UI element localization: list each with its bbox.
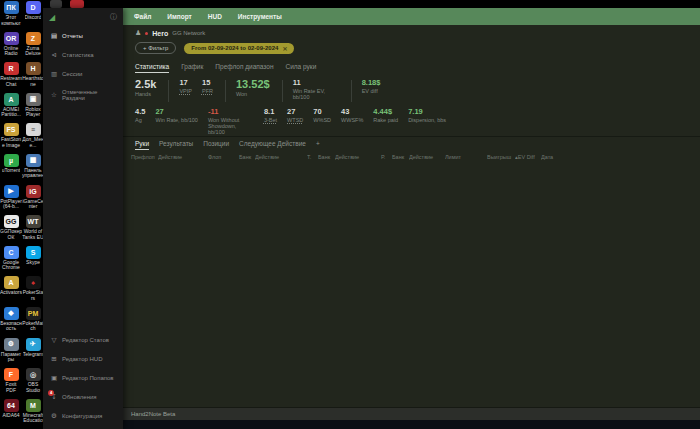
- stat-label[interactable]: PFR: [202, 88, 213, 94]
- desktop-icon[interactable]: FFoxit PDF Reader: [0, 368, 22, 399]
- desktop-icon[interactable]: AAOMEI Partitio...: [0, 93, 22, 124]
- desktop-icon-image: H: [26, 62, 41, 75]
- column-header[interactable]: Дата: [541, 154, 601, 160]
- column-header[interactable]: ▴EV Diff: [515, 154, 541, 160]
- tab[interactable]: График: [181, 63, 203, 73]
- sidebar-item[interactable]: ↧4Обновления: [43, 387, 123, 406]
- table-tab[interactable]: Руки: [135, 140, 149, 150]
- sidebar-item[interactable]: ⊞Редактор HUD: [43, 349, 123, 368]
- desktop-icon-image: ▦: [26, 154, 41, 167]
- sidebar-item[interactable]: ☆Отмеченные Раздачи: [43, 83, 123, 106]
- desktop-icon-image: ПК: [4, 1, 19, 14]
- separator: [225, 80, 226, 102]
- menu-item[interactable]: Инструменты: [238, 13, 282, 20]
- close-icon[interactable]: ✕: [282, 45, 287, 52]
- tab[interactable]: Статистика: [135, 63, 169, 73]
- desktop-icon[interactable]: 64AIDA64: [0, 399, 22, 429]
- column-header[interactable]: Банк: [318, 154, 335, 160]
- sidebar-item-label: Редактор Попапов: [62, 375, 114, 381]
- column-header[interactable]: Действие: [409, 154, 445, 160]
- desktop-icon[interactable]: ZZuma Deluxe: [22, 32, 44, 63]
- column-header[interactable]: Банк: [239, 154, 255, 160]
- desktop-icon-image: ≡: [26, 123, 41, 136]
- desktop-icon[interactable]: MMinecraft Education: [22, 399, 44, 429]
- stat-label[interactable]: VPIP: [179, 88, 192, 94]
- table-tab[interactable]: +: [316, 140, 320, 150]
- column-header[interactable]: Действие: [335, 154, 381, 160]
- stat-label: Win Rate EV, bb/100: [293, 88, 339, 100]
- desktop-icon-image: FS: [4, 123, 19, 136]
- stat-label[interactable]: 3-Bet: [264, 117, 277, 123]
- desktop-icon[interactable]: SSkype: [22, 246, 44, 277]
- desktop-icon[interactable]: OROnline Radio amp...: [0, 32, 22, 63]
- desktop-icon[interactable]: iGiGameCenter: [22, 185, 44, 216]
- tab[interactable]: Сила руки: [286, 63, 317, 73]
- desktop-icon[interactable]: ≡Дол_Мене...: [22, 123, 44, 154]
- sidebar-item[interactable]: ▥Сессии: [43, 64, 123, 83]
- table-tab[interactable]: Позиции: [203, 140, 229, 150]
- desktop-icon[interactable]: RRestream Chat: [0, 62, 22, 93]
- desktop-icon[interactable]: ◎OBS Studio: [22, 368, 44, 399]
- desktop-icon[interactable]: AActivators: [0, 276, 22, 307]
- tab[interactable]: Префлоп диапазон: [215, 63, 273, 73]
- column-header[interactable]: Флоп: [208, 154, 239, 160]
- desktop-icon[interactable]: ▣Roblox Player: [22, 93, 44, 124]
- table-tab[interactable]: Следующее Действие: [239, 140, 306, 150]
- menu-item[interactable]: Импорт: [167, 13, 191, 20]
- divider: [123, 136, 700, 137]
- desktop-icon[interactable]: ▶PotPlayer (64-b...: [0, 185, 22, 216]
- date-range-filter-chip[interactable]: From 02-09-2024 to 02-09-2024 ✕: [184, 43, 294, 54]
- column-header[interactable]: Банк: [392, 154, 409, 160]
- desktop-icon[interactable]: ▦Панель управления: [22, 154, 44, 185]
- desktop-icon-label: OBS Studio: [22, 382, 44, 393]
- desktop-icon-label: Параметры: [0, 352, 22, 363]
- column-header[interactable]: Р.: [381, 154, 392, 160]
- desktop-icon[interactable]: µuTorrent: [0, 154, 22, 185]
- partial-desktop-icon-red[interactable]: [70, 0, 84, 8]
- desktop-icon[interactable]: ПКЭтот компьютер: [0, 1, 22, 32]
- sidebar-item[interactable]: ▽Редактор Статов: [43, 330, 123, 349]
- desktop-icon-label: AIDA64: [2, 413, 19, 419]
- column-header[interactable]: Действие: [158, 154, 208, 160]
- desktop-icon[interactable]: DDiscord: [22, 1, 44, 32]
- column-header[interactable]: Префлоп: [131, 154, 158, 160]
- column-header[interactable]: Т.: [307, 154, 318, 160]
- bottom-strip: [123, 420, 700, 429]
- column-header[interactable]: Лимит: [445, 154, 487, 160]
- sidebar-item[interactable]: ▤Отчеты: [43, 26, 123, 45]
- desktop-icon-image: M: [26, 399, 41, 412]
- desktop-icon[interactable]: WTWorld of Tanks EU: [22, 215, 44, 246]
- desktop-icon-label: Skype: [26, 260, 40, 266]
- column-header[interactable]: Действие: [255, 154, 307, 160]
- stat-label[interactable]: WTSD: [287, 117, 303, 123]
- desktop-icon-label: GGПокерОК: [0, 229, 22, 240]
- desktop-icon-label: Roblox Player: [22, 107, 44, 118]
- stat-value: 43: [341, 107, 363, 116]
- column-header[interactable]: Выигрыш: [487, 154, 515, 160]
- desktop-icon[interactable]: ♠PokerStars: [22, 276, 44, 307]
- sidebar-item[interactable]: ⊲Статистика: [43, 45, 123, 64]
- sidebar-item[interactable]: ⚙Конфигурация: [43, 406, 123, 425]
- desktop-icon[interactable]: ◆Безопасность Windows: [0, 307, 22, 338]
- desktop-icon[interactable]: HHearthstone: [22, 62, 44, 93]
- desktop-icon[interactable]: PMPokerMatch: [22, 307, 44, 338]
- desktop-icon-image: R: [4, 62, 19, 75]
- filter-row: + Фильтр From 02-09-2024 to 02-09-2024 ✕: [135, 42, 294, 54]
- desktop-icon-image: ◎: [26, 368, 41, 381]
- stat-block: -11Won Without Showdown, bb/100: [208, 107, 254, 135]
- desktop-icon[interactable]: FSFastStone Image Viewer: [0, 123, 22, 154]
- menu-item[interactable]: Файл: [134, 13, 151, 20]
- desktop-icon[interactable]: ✈Telegram: [22, 338, 44, 369]
- menu-item[interactable]: HUD: [208, 13, 222, 20]
- desktop-icon[interactable]: CGoogle Chrome: [0, 246, 22, 277]
- online-dot-icon: [145, 32, 148, 35]
- sidebar-item[interactable]: ▣Редактор Попапов: [43, 368, 123, 387]
- desktop-icon-label: Zuma Deluxe: [22, 46, 44, 57]
- table-tab[interactable]: Результаты: [159, 140, 193, 150]
- desktop-icon[interactable]: GGGGПокерОК: [0, 215, 22, 246]
- desktop-icon-image: ▣: [26, 93, 41, 106]
- partial-desktop-icon[interactable]: [50, 0, 62, 8]
- add-filter-button[interactable]: + Фильтр: [135, 42, 176, 54]
- info-icon[interactable]: ⓘ: [110, 12, 117, 22]
- desktop-icon[interactable]: ⚙Параметры: [0, 338, 22, 369]
